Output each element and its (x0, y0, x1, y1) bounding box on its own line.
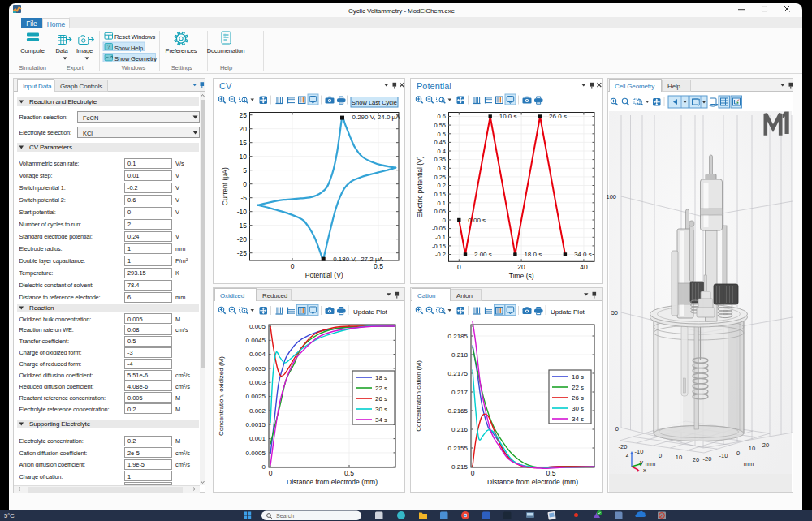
svg-text:0.05: 0.05 (434, 208, 446, 215)
svg-text:0.5: 0.5 (374, 262, 383, 270)
svg-text:0: 0 (262, 463, 266, 471)
svg-text:26.0 s: 26.0 s (549, 113, 567, 120)
svg-text:Time (s): Time (s) (509, 272, 534, 280)
svg-text:0.180 V, -27.2 µA: 0.180 V, -27.2 µA (333, 256, 383, 263)
svg-text:0.3: 0.3 (438, 165, 446, 172)
svg-text:0: 0 (615, 425, 619, 433)
svg-text:x: x (643, 467, 646, 474)
svg-text:-20: -20 (619, 443, 628, 450)
svg-text:mm: mm (646, 460, 656, 467)
svg-text:10: 10 (749, 445, 755, 452)
svg-text:-0.15: -0.15 (432, 243, 446, 250)
svg-text:-20: -20 (703, 455, 712, 463)
svg-text:0.0025: 0.0025 (246, 393, 266, 400)
svg-text:10: 10 (240, 153, 248, 161)
svg-text:0: 0 (471, 469, 475, 477)
svg-text:-5: -5 (240, 194, 247, 202)
svg-text:40: 40 (580, 263, 588, 271)
svg-text:18 s: 18 s (375, 374, 387, 381)
svg-text:-10: -10 (237, 208, 248, 216)
svg-text:0.55: 0.55 (434, 122, 446, 129)
svg-text:26 s: 26 s (375, 395, 387, 403)
svg-text:0: 0 (659, 452, 662, 459)
svg-text:-15: -15 (237, 222, 248, 230)
svg-text:0.0015: 0.0015 (246, 421, 266, 428)
svg-text:0.4: 0.4 (438, 148, 446, 155)
svg-text:0.290 V, 24.0 µA: 0.290 V, 24.0 µA (352, 114, 401, 121)
svg-text:0.215: 0.215 (451, 463, 469, 471)
svg-text:0.2: 0.2 (438, 182, 446, 189)
svg-text:Update Plot: Update Plot (353, 308, 388, 316)
svg-text:0.15: 0.15 (434, 191, 446, 198)
svg-text:18 s: 18 s (572, 373, 584, 381)
svg-text:0.2185: 0.2185 (448, 333, 469, 340)
svg-text:5: 5 (243, 166, 247, 174)
svg-text:Concentration cation (M): Concentration cation (M) (415, 360, 422, 432)
svg-text:0.45: 0.45 (434, 139, 446, 146)
svg-text:0.25: 0.25 (434, 174, 446, 181)
svg-text:0.5: 0.5 (344, 469, 354, 477)
svg-text:20: 20 (240, 125, 248, 133)
svg-text:0.003: 0.003 (249, 379, 266, 386)
svg-text:34.0 s: 34.0 s (574, 251, 592, 258)
svg-text:Current (µA): Current (µA) (221, 167, 229, 205)
svg-text:10: 10 (676, 454, 682, 461)
svg-text:25: 25 (240, 111, 248, 119)
svg-text:0.2175: 0.2175 (448, 370, 469, 377)
svg-text:0.2155: 0.2155 (448, 445, 469, 452)
svg-text:30 s: 30 s (572, 405, 584, 412)
svg-text:0.217: 0.217 (451, 389, 469, 396)
svg-text:0.004: 0.004 (249, 351, 266, 358)
svg-text:0.216: 0.216 (451, 426, 469, 433)
svg-text:-0.05: -0.05 (432, 225, 446, 232)
svg-text:0: 0 (457, 263, 461, 271)
svg-text:0.0045: 0.0045 (246, 337, 266, 344)
svg-text:0.1: 0.1 (438, 200, 446, 207)
svg-text:mm: mm (744, 460, 754, 467)
svg-text:0.5: 0.5 (438, 131, 446, 138)
svg-text:0.001: 0.001 (249, 435, 266, 442)
svg-text:Distance from electrode (mm): Distance from electrode (mm) (487, 478, 578, 486)
svg-text:10.0 s: 10.0 s (499, 113, 517, 120)
svg-text:0.0035: 0.0035 (246, 365, 266, 372)
svg-text:30 s: 30 s (375, 406, 387, 413)
svg-text:2.00 s: 2.00 s (474, 251, 492, 258)
svg-text:34 s: 34 s (572, 416, 584, 423)
svg-text:Potential (V): Potential (V) (305, 271, 343, 279)
svg-text:Electric potential (V): Electric potential (V) (416, 156, 424, 217)
svg-text:Concentration, oxidized (M): Concentration, oxidized (M) (218, 356, 225, 436)
svg-text:20: 20 (517, 263, 525, 271)
svg-text:0: 0 (243, 180, 247, 188)
svg-text:-25: -25 (237, 249, 248, 257)
svg-text:34 s: 34 s (375, 416, 387, 424)
svg-text:-0.2: -0.2 (435, 251, 446, 258)
svg-text:0.35: 0.35 (434, 156, 446, 163)
svg-text:0.6: 0.6 (438, 113, 446, 120)
svg-text:-0.1: -0.1 (435, 234, 446, 241)
svg-text:50: 50 (611, 309, 618, 316)
svg-text:Show Last Cycle: Show Last Cycle (352, 99, 397, 106)
svg-text:0.002: 0.002 (249, 407, 266, 415)
svg-text:-10: -10 (719, 452, 728, 459)
svg-text:22 s: 22 s (375, 385, 387, 392)
svg-text:-10: -10 (635, 448, 644, 455)
svg-text:Search: Search (276, 513, 294, 519)
svg-text:100: 100 (606, 193, 616, 200)
svg-text:26 s: 26 s (572, 394, 584, 402)
svg-text:18.0 s: 18.0 s (524, 251, 542, 258)
svg-text:-20: -20 (237, 235, 248, 243)
svg-text:Update Plot: Update Plot (551, 308, 585, 316)
svg-text:0: 0 (443, 217, 446, 224)
svg-text:15: 15 (240, 139, 248, 147)
svg-text:0.005: 0.005 (249, 323, 266, 330)
svg-text:0.0005: 0.0005 (246, 450, 266, 457)
svg-text:20: 20 (762, 441, 769, 449)
svg-text:0.218: 0.218 (451, 351, 469, 359)
svg-text:z: z (626, 451, 629, 459)
svg-text:0: 0 (269, 469, 273, 477)
svg-text:0.2165: 0.2165 (448, 407, 469, 415)
svg-text:y: y (640, 459, 643, 466)
svg-text:0: 0 (291, 262, 295, 270)
svg-text:0: 0 (736, 450, 740, 457)
svg-text:20: 20 (693, 456, 699, 463)
